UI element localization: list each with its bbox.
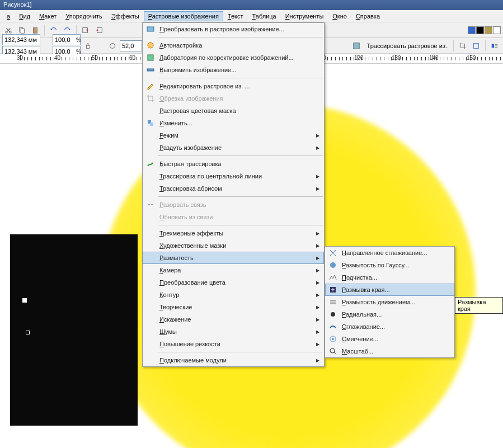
low-icon [327,285,339,294]
menu-item[interactable]: Трассировка по центральной линии▶ [143,170,324,182]
jaggy-icon [327,273,339,282]
menu-item[interactable]: Редактировать растровое из. ... [143,80,324,92]
menu-окно[interactable]: Окно [328,11,351,21]
menu-item[interactable]: Творческие▶ [143,301,324,313]
submenu-item-label: Размытость по Гауссу... [342,262,452,268]
blank-icon [145,241,156,250]
bitmap-icon[interactable] [350,40,363,52]
submenu-item[interactable]: Размытость движением... [325,296,454,308]
menu-item[interactable]: Размытость▶ [143,252,324,264]
submenu-arrow-icon: ▶ [316,174,319,179]
rotation-input[interactable] [120,40,142,51]
blank-icon [145,356,156,365]
menu-bar: аВидМакетУпорядочитьЭффектыРастровые изо… [0,10,503,22]
blank-icon [145,327,156,336]
menu-а[interactable]: а [2,11,15,21]
swatch-white[interactable] [493,26,501,34]
import-icon[interactable] [79,24,92,36]
swatch-blue[interactable] [468,26,476,34]
menu-item[interactable]: Лаборатория по корректировке изображений… [143,51,324,64]
swatch-black[interactable] [476,26,484,34]
menu-item[interactable]: Преобразовать в растровое изображение... [143,23,324,35]
title-bar: Рисунок1] [0,0,503,10]
menu-item[interactable]: Подключаемые модули▶ [143,354,324,366]
blank-icon [145,339,156,348]
submenu-arrow-icon: ▶ [316,145,319,150]
menu-separator [158,352,323,352]
menu-item[interactable]: Трассировка абрисом▶ [143,182,324,195]
menu-item[interactable]: Выпрямить изображение... [143,64,324,76]
menu-separator [158,37,323,37]
menu-макет[interactable]: Макет [35,11,61,21]
export-icon[interactable] [93,24,105,36]
black-rectangle-object[interactable] [10,234,138,426]
menu-item[interactable]: Преобразование цвета▶ [143,276,324,289]
menu-item[interactable]: Шумы▶ [143,326,324,338]
width-input[interactable]: % [53,34,81,45]
submenu-item[interactable]: Радиальная... [325,308,454,320]
blank-icon [145,278,156,287]
menu-item-label: Разорвать связь [159,201,322,208]
menu-item[interactable]: Режим▶ [143,129,324,142]
menu-item-label: Размытость [159,254,316,261]
menu-item-label: Творческие [159,304,316,310]
submenu-item[interactable]: Размывка края... [325,284,454,296]
menu-separator [158,196,323,197]
menu-растровые изображения[interactable]: Растровые изображения [144,11,223,21]
menu-item: Обновить из связи [143,211,324,223]
blank-icon [145,229,156,238]
menu-item[interactable]: Автонастройка [143,39,324,51]
menu-инструменты[interactable]: Инструменты [281,11,328,21]
menu-item[interactable]: Искажение▶ [143,313,324,326]
lab-icon [145,53,156,62]
menu-item[interactable]: Камера▶ [143,264,324,276]
blank-icon [145,303,156,312]
lock-ratio-icon[interactable] [82,40,94,52]
x-position-input[interactable] [2,34,40,45]
menu-таблица[interactable]: Таблица [248,11,281,21]
submenu-item[interactable]: Сглаживание... [325,320,454,333]
separator [453,40,454,51]
radial-icon [327,310,339,319]
menu-item-label: Раздуть изображение [159,144,316,151]
menu-item[interactable]: Раздуть изображение▶ [143,142,324,154]
menu-item[interactable]: Трехмерные эффекты▶ [143,227,324,239]
blank-icon [145,266,156,275]
menu-item[interactable]: Повышение резкости▶ [143,338,324,350]
color-swatches[interactable] [468,26,501,34]
menu-текст[interactable]: Текст [223,11,248,21]
menu-упорядочить[interactable]: Упорядочить [61,11,106,21]
submenu-item[interactable]: Подчистка... [325,271,454,284]
menu-item[interactable]: Контур▶ [143,289,324,301]
menu-item[interactable]: Растровая цветовая маска [143,105,324,117]
submenu-item[interactable]: Направленное сглаживание... [325,247,454,259]
submenu-arrow-icon: ▶ [316,293,319,298]
menu-вид[interactable]: Вид [15,11,35,21]
menu-справка[interactable]: Справка [351,11,384,21]
break-icon [145,200,156,209]
resample-icon [145,119,156,128]
submenu-item-label: Подчистка... [342,274,452,281]
straighten-icon [145,65,156,74]
submenu-item[interactable]: Смягчение... [325,333,454,345]
menu-item[interactable]: Художественные мазки▶ [143,239,324,252]
crop-tool-icon[interactable] [457,40,469,52]
blank-icon [145,143,156,152]
wrap-text-icon[interactable] [488,40,501,52]
ruler-label: 130 [392,55,401,61]
submenu-item[interactable]: Размытость по Гауссу... [325,259,454,271]
menu-item[interactable]: Изменить... [143,117,324,129]
submenu-item[interactable]: Масштаб... [325,345,454,357]
submenu-arrow-icon: ▶ [316,317,319,322]
menu-item[interactable]: Быстрая трассировка [143,158,324,170]
svg-rect-3 [21,29,24,33]
trace-button-label[interactable]: Трассировать растровое из. [367,43,447,49]
blank-icon [145,213,156,221]
menu-item-label: Лаборатория по корректировке изображений… [159,54,322,61]
resample-tool-icon[interactable] [470,40,482,52]
menu-separator [158,78,323,78]
swatch-brown[interactable] [485,26,492,34]
menu-эффекты[interactable]: Эффекты [107,11,144,21]
submenu-arrow-icon: ▶ [316,329,319,334]
svg-point-23 [332,338,334,340]
